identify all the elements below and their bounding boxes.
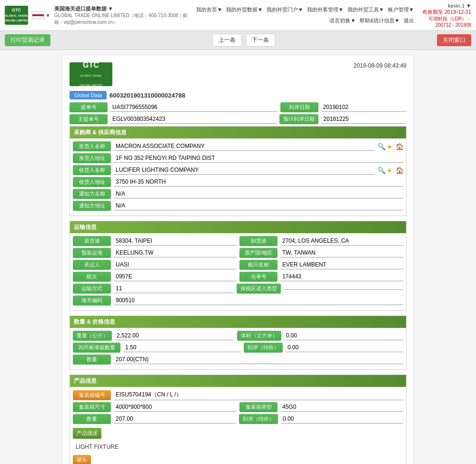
consignee-home-icon[interactable]: 🏠: [396, 167, 403, 174]
page-title[interactable]: 美国海关进口提单数据 ▼: [54, 5, 192, 12]
global-data-value: 6003201901310000024788: [109, 92, 185, 99]
notify-name-row: 通知方名称 N/A: [73, 189, 403, 199]
quantity-value: 207.00(CTN): [114, 355, 403, 364]
prev-button[interactable]: 上一条: [212, 34, 242, 47]
shipper-addr-row: 发货人地址 1F NO 352 PENGYI RD TAIPING DIST: [73, 153, 403, 163]
main-bill-label: 主提单号: [69, 114, 108, 124]
carrier-row: 承运人 UASI 船只名称 EVER LAMBENT: [73, 260, 403, 270]
notify-addr-value: N/A: [114, 201, 403, 210]
quantity-price-header: 数量 & 价格信息: [70, 316, 406, 328]
shipper-search-icon[interactable]: 🔍: [377, 143, 385, 150]
preload-row: 预装运地 KEELUNG,TW 原产国/地区 TW, TAIWAN: [73, 248, 403, 258]
bill-no-label: 提单号: [69, 102, 108, 112]
warehouse-label: 仓单号: [239, 272, 278, 282]
nav-home[interactable]: 我的首页▼: [196, 6, 222, 13]
carrier-label: 承运人: [73, 260, 111, 270]
nav-trade-data[interactable]: 我的外贸数据▼: [226, 6, 263, 13]
shipper-name-row: 发货人名称 MACRON ASSOCIATE COMPANY 🔍 ★ 🏠: [73, 141, 403, 151]
shipper-name-value: MACRON ASSOCIATE COMPANY: [114, 142, 375, 151]
container-type-label: 集装箱类型: [239, 402, 278, 412]
preload-label: 预装运地: [73, 248, 111, 258]
product-desc-value: LIGHT FIXTURE: [73, 443, 403, 451]
global-data-label: Global Data: [69, 91, 107, 99]
customs-value: 900510: [114, 296, 403, 305]
transport-section: 运输信息 装货港 58304, TAIPEI 卸货港 2704, LOS ANG…: [69, 221, 407, 311]
doc-timestamp: 2019-08-09 08:43:49: [354, 62, 407, 69]
customs-label: 海关编码: [73, 296, 111, 306]
unit-price-value: 0.00: [286, 343, 403, 352]
consignee-star-icon[interactable]: ★: [387, 167, 394, 174]
container20-row: 20尺标准箱数量 1.50 到岸（结价） 0.00: [73, 343, 403, 353]
est-arrival-value: 20181225: [321, 115, 407, 124]
validity: 有效期至 2019-12-31: [414, 9, 472, 16]
notify-name-label: 通知方名称: [73, 189, 111, 199]
header-right: kevin.1 ▼ 有效期至 2019-12-31 可用时段（LDR）：2007…: [414, 3, 472, 28]
port-row: 装货港 58304, TAIPEI 卸货港 2704, LOS ANGELES,…: [73, 236, 403, 246]
next-button[interactable]: 下一条: [246, 34, 275, 47]
account-name[interactable]: kevin.1 ▼: [414, 3, 472, 9]
print-button[interactable]: 打印贸易记录: [5, 34, 50, 46]
nav-menu: 我的首页▼ 我的外贸数据▼ 我的外贸门户▼ 我的外客管理▼ 我的外贸工具▼ 账户…: [191, 6, 414, 24]
global-data-row: Global Data 6003201901310000024788: [69, 91, 407, 99]
document-container: GTCGLOBAL TRADEONLINE LIMITED 2019-08-09…: [62, 55, 414, 464]
company-info: 美国海关进口提单数据 ▼ GLOBAL TRADE ONLINE LIMITED…: [54, 5, 192, 26]
shipper-name-label: 发货人名称: [73, 141, 111, 151]
ldr-info: 可用时段（LDR）：200712 - 201908: [414, 16, 472, 28]
consignee-addr-row: 收货人地址 3750 IH-35 NORTH: [73, 177, 403, 187]
flag-container: ▼: [32, 11, 50, 19]
mark-label: 唛头: [73, 455, 91, 464]
product-header: 产品信息: [70, 375, 406, 387]
quantity-label: 数量: [73, 355, 111, 365]
product-qty-label: 数量: [73, 414, 111, 424]
nav-customer[interactable]: 我的外客管理▼: [307, 6, 344, 13]
nav-tools[interactable]: 我的外贸工具▼: [347, 6, 384, 13]
origin-label: 原产国/地区: [239, 248, 278, 258]
nav-help[interactable]: 帮助&统计信息▼: [359, 17, 399, 24]
voyage-value: 0957E: [114, 272, 237, 281]
close-button[interactable]: 关闭窗口: [437, 34, 471, 46]
consignee-name-row: 收货人名称 LUCIFER LIGHTING COMPANY 🔍 ★ 🏠: [73, 165, 403, 175]
consignee-name-label: 收货人名称: [73, 165, 111, 175]
nav-portal[interactable]: 我的外贸门户▼: [267, 6, 303, 13]
weight-row: 重量（公斤） 2,522.00 体积（立方米） 0.00: [73, 331, 403, 341]
nav-language[interactable]: 语言切换▼: [329, 17, 356, 24]
arrival-date-label: 到岸日期: [280, 102, 318, 112]
transport-mode-label: 运输方式: [73, 284, 111, 294]
product-price-label: 到岸（结价）: [239, 414, 278, 424]
warehouse-value: 174443: [280, 272, 403, 281]
volume-value: 0.00: [284, 331, 404, 340]
shipper-icons: 🔍 ★ 🏠: [377, 143, 403, 150]
vessel-value: EVER LAMBENT: [280, 260, 403, 269]
buyer-supplier-section: 采购商 & 供应商信息 发货人名称 MACRON ASSOCIATE COMPA…: [69, 126, 407, 216]
arrival-date-value: 20190102: [321, 103, 407, 112]
volume-label: 体积（立方米）: [237, 331, 281, 341]
notify-addr-row: 通知方地址 N/A: [73, 201, 403, 211]
shipper-star-icon[interactable]: ★: [387, 143, 394, 150]
product-desc-label: 产品描述: [73, 428, 101, 439]
main-bill-value: EGLV003803542423: [110, 115, 277, 124]
container-size-label: 集装箱尺寸: [73, 402, 111, 412]
top-toolbar: 打印贸易记录 上一条 下一条 关闭窗口: [0, 31, 476, 50]
notify-addr-label: 通知方地址: [73, 201, 111, 211]
carrier-value: UASI: [114, 260, 237, 269]
nav-logout[interactable]: 退出: [404, 17, 414, 24]
transport-body: 装货港 58304, TAIPEI 卸货港 2704, LOS ANGELES,…: [70, 233, 406, 310]
container-no-value: EISU5704194（CN / L /）: [114, 390, 403, 400]
product-section: 产品信息 集装箱编号 EISU5704194（CN / L /） 集装箱尺寸 4…: [69, 375, 407, 464]
transport-mode-row: 运输方式 11 保税区进入类型: [73, 284, 403, 294]
bill-no-value: UASI7796555096: [110, 103, 278, 112]
doc-logo: GTCGLOBAL TRADEONLINE LIMITED: [69, 62, 112, 86]
doc-header: GTCGLOBAL TRADEONLINE LIMITED 2019-08-09…: [69, 62, 407, 86]
container-size-value: 4000*900*800: [114, 403, 237, 412]
product-qty-value: 207.00: [114, 415, 236, 424]
product-price-value: 0.00: [281, 415, 403, 424]
quantity-row: 数量 207.00(CTN): [73, 355, 403, 365]
shipper-home-icon[interactable]: 🏠: [396, 143, 403, 150]
discharge-port-label: 卸货港: [239, 236, 278, 246]
container-no-label: 集装箱编号: [73, 390, 111, 400]
consignee-search-icon[interactable]: 🔍: [377, 167, 385, 174]
bonded-value: [284, 287, 404, 290]
consignee-name-value: LUCIFER LIGHTING COMPANY: [114, 166, 375, 175]
nav-account[interactable]: 账户管理▼: [388, 6, 414, 13]
logo: GTCGLOBAL TRADEONLINE LIMITED: [5, 6, 28, 25]
